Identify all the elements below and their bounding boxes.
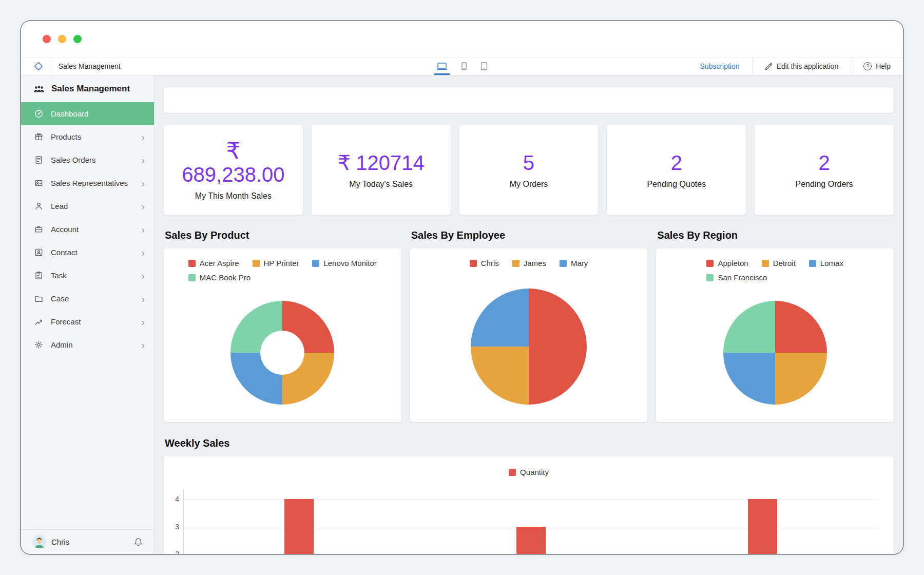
rupee-symbol: ₹: [226, 139, 240, 163]
people-icon: [33, 85, 45, 93]
legend-item[interactable]: San Francisco: [706, 273, 767, 282]
stat-card-pending-quotes: 2 Pending Quotes: [607, 125, 746, 215]
legend-item[interactable]: Lenovo Monitor: [312, 259, 376, 267]
legend-item[interactable]: Acer Aspire: [188, 259, 239, 267]
weekly-sales-bar-chart: 432: [164, 456, 894, 554]
gift-icon: [34, 132, 44, 141]
user-name: Chris: [51, 538, 69, 546]
sidebar-item-account[interactable]: Account ›: [21, 218, 154, 241]
legend-label: Detroit: [773, 259, 796, 267]
creator-logo-icon[interactable]: [33, 61, 51, 71]
legend-swatch: [188, 260, 196, 267]
weekly-sales-bar: [748, 499, 777, 554]
sidebar-item-case[interactable]: Case ›: [21, 287, 154, 310]
sidebar-item-contact[interactable]: Contact ›: [21, 241, 154, 264]
sidebar-item-forecast[interactable]: Forecast ›: [21, 310, 154, 333]
legend-swatch: [470, 260, 477, 267]
app-window: Sales Management Subscription: [21, 21, 903, 554]
toolbar-panel: [164, 87, 894, 113]
chart-legend: Chris James Mary: [470, 259, 588, 267]
stat-value: 2: [671, 151, 682, 175]
sidebar-item-label: Forecast: [51, 317, 81, 326]
dashboard-gauge-icon: [34, 109, 44, 118]
sidebar-item-lead[interactable]: Lead ›: [21, 195, 154, 218]
section-title: Sales By Product: [165, 229, 401, 241]
sidebar-item-sales-orders[interactable]: Sales Orders ›: [21, 148, 154, 171]
legend-label: Lenovo Monitor: [323, 259, 376, 267]
chart-legend: Acer Aspire HP Printer Lenovo Monitor: [188, 259, 377, 282]
sales-by-region-section: Sales By Region Appleton Detroit: [656, 229, 894, 422]
device-tab-mobile[interactable]: [461, 57, 467, 75]
legend-item[interactable]: Appleton: [706, 259, 748, 267]
person-icon: [34, 202, 44, 210]
subscription-link[interactable]: Subscription: [688, 57, 752, 75]
sales-by-employee-card: Chris James Mary: [410, 248, 648, 422]
legend-swatch: [809, 260, 816, 267]
bell-icon[interactable]: [134, 538, 143, 547]
sales-by-region-card: Appleton Detroit Lomax: [656, 248, 894, 422]
legend-swatch: [560, 260, 567, 267]
sidebar-item-products[interactable]: Products ›: [21, 125, 154, 148]
sidebar-menu: Dashboard Products ›: [21, 99, 154, 529]
chevron-right-icon: ›: [141, 224, 145, 235]
sidebar-item-label: Contact: [51, 248, 78, 257]
chevron-right-icon: ›: [141, 178, 145, 188]
legend-item[interactable]: HP Printer: [253, 259, 299, 267]
sidebar-item-sales-representatives[interactable]: Sales Representatives ›: [21, 171, 154, 195]
legend-item[interactable]: MAC Book Pro: [188, 273, 251, 282]
stat-label: Pending Quotes: [647, 180, 706, 189]
legend-item[interactable]: Lomax: [809, 259, 843, 267]
device-tab-tablet[interactable]: [480, 57, 488, 75]
briefcase-icon: [34, 225, 44, 234]
chevron-right-icon: ›: [141, 271, 145, 281]
legend-swatch: [312, 260, 319, 267]
zoom-window-button[interactable]: [73, 35, 82, 43]
stat-label: My Today's Sales: [349, 180, 413, 189]
sidebar-item-label: Account: [51, 225, 79, 234]
avatar[interactable]: [32, 535, 46, 549]
stat-card-month-sales: ₹ 689,238.00 My This Month Sales: [164, 125, 303, 215]
sidebar-app-title: Sales Management: [51, 84, 130, 94]
sales-by-product-section: Sales By Product Acer Aspire HP Prin: [164, 229, 401, 422]
legend-label: Acer Aspire: [200, 259, 239, 267]
pencil-icon: [765, 63, 773, 70]
sidebar-item-dashboard[interactable]: Dashboard: [21, 102, 154, 125]
gear-icon: [34, 340, 44, 349]
device-tab-desktop[interactable]: [436, 57, 448, 75]
main-content: ₹ 689,238.00 My This Month Sales ₹ 12071…: [155, 75, 903, 554]
contact-card-icon: [34, 248, 44, 257]
chevron-right-icon: ›: [141, 340, 145, 350]
stat-label: My Orders: [510, 180, 548, 189]
legend-label: Appleton: [718, 259, 748, 267]
clipboard-check-icon: [34, 271, 44, 280]
sidebar-item-task[interactable]: Task ›: [21, 264, 154, 287]
stat-card-pending-orders: 2 Pending Orders: [755, 125, 894, 215]
sidebar-item-label: Sales Representatives: [51, 179, 128, 187]
help-label: Help: [876, 62, 891, 70]
stat-value: ₹ 120714: [338, 151, 425, 175]
legend-item[interactable]: Detroit: [762, 259, 796, 267]
legend-item[interactable]: Mary: [560, 259, 588, 267]
help-button[interactable]: ? Help: [851, 57, 903, 75]
legend-item[interactable]: Chris: [470, 259, 499, 267]
legend-item[interactable]: James: [512, 259, 546, 267]
weekly-sales-section: Weekly Sales Quantity 432: [164, 437, 894, 554]
donut-hole: [260, 331, 304, 375]
minimize-window-button[interactable]: [58, 35, 66, 43]
sidebar-item-admin[interactable]: Admin ›: [21, 333, 154, 356]
sidebar-item-label: Case: [51, 294, 69, 303]
chevron-right-icon: ›: [141, 317, 145, 327]
legend-swatch: [253, 260, 260, 267]
y-axis-tick-label: 4: [164, 494, 179, 504]
sales-by-employee-pie-chart: [471, 289, 587, 405]
sidebar-user-row: Chris: [21, 529, 154, 554]
app-top-bar-right: Subscription Edit this application ? Hel…: [688, 57, 903, 75]
weekly-sales-card: Quantity 432: [164, 456, 894, 554]
edit-application-button[interactable]: Edit this application: [753, 57, 851, 75]
legend-label: Lomax: [820, 259, 843, 267]
window-body: Sales Management Dashboard: [21, 75, 903, 554]
sales-by-product-donut-chart: [230, 301, 334, 405]
sidebar-app-header: Sales Management: [21, 75, 154, 99]
close-window-button[interactable]: [43, 35, 51, 43]
device-preview-tabs: [436, 57, 488, 75]
